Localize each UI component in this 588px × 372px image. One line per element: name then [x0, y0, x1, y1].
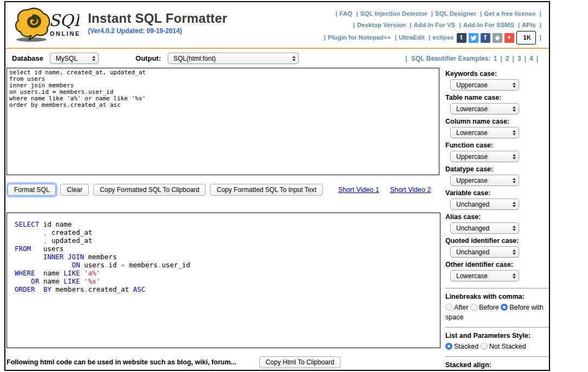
select-arrows-icon: [513, 82, 516, 88]
example-link-3[interactable]: 3: [517, 55, 521, 62]
logo-sql-text: SQL: [49, 11, 79, 30]
copy-formatted-to-clipboard-button[interactable]: Copy Formatted SQL To Clipboard: [93, 184, 206, 196]
select-arrows-icon: [292, 56, 296, 61]
table-name-case-label: Table name case:: [445, 94, 549, 101]
controls-row: Database MySQL Output: SQL(html:font) | …: [5, 49, 549, 68]
formatted-sql-output: SELECT id name , created_at , updated_at…: [7, 213, 440, 348]
copy-html-to-clipboard-button[interactable]: Copy Html To Clipboard: [259, 356, 341, 368]
keywords-case-select[interactable]: Uppercase: [450, 79, 519, 91]
header: SQL ONLINE Instant SQL Formatter (Ver4.0…: [5, 2, 549, 49]
sql-input-textarea[interactable]: select id name, created_at, updated_at f…: [7, 68, 439, 175]
link-get-free-license[interactable]: Get a free license: [484, 10, 535, 17]
top-links-row3: |Plugin for Notepad++ |UltraEdit |eclips…: [322, 31, 544, 44]
example-link-1[interactable]: 1: [494, 55, 497, 62]
select-arrows-icon: [513, 202, 516, 207]
select-arrows-icon: [513, 106, 516, 112]
datatype-case-select[interactable]: Uppercase: [450, 175, 519, 186]
link-eclipse[interactable]: eclipse: [432, 34, 453, 41]
examples-links: | SQL Beautifier Examples: 1|2|3|4|: [403, 55, 542, 62]
list-params-style-options: Stacked Not Stacked: [445, 342, 549, 351]
link-addin-ssms[interactable]: Add-In For SSMS: [463, 22, 514, 28]
datatype-case-label: Datatype case:: [445, 165, 549, 173]
short-video-2-link[interactable]: Short Video 2: [390, 186, 431, 194]
link-sql-designer[interactable]: SQL Designer: [435, 10, 476, 17]
keywords-case-label: Keywords case:: [445, 70, 549, 78]
column-name-case-select[interactable]: Lowercase: [450, 127, 519, 138]
page-title: Instant SQL Formatter: [88, 11, 227, 26]
example-link-2[interactable]: 2: [506, 55, 509, 62]
database-select[interactable]: MySQL: [50, 53, 99, 64]
link-apis[interactable]: APIs: [522, 22, 536, 28]
facebook-icon[interactable]: f: [481, 33, 490, 43]
copy-formatted-to-input-button[interactable]: Copy Formatted SQL To Input Text: [210, 184, 323, 196]
format-sql-button[interactable]: Format SQL: [8, 184, 56, 196]
quoted-identifier-case-select[interactable]: Unchanged: [450, 246, 519, 258]
formatted-sql: SELECT id name , created_at , updated_at…: [15, 220, 190, 293]
column-name-case-label: Column name case:: [445, 118, 549, 125]
link-plugin-notepad[interactable]: Plugin for Notepad++: [328, 34, 391, 41]
quoted-identifier-case-label: Quoted identifier case:: [445, 237, 549, 245]
output-select-value: SQL(html:font): [174, 55, 216, 62]
options-sidebar: Keywords case: Uppercase Table name case…: [445, 68, 549, 371]
output-label: Output:: [136, 54, 161, 62]
link-desktop-version[interactable]: Desktop Version: [357, 22, 406, 28]
addthis-icon[interactable]: +: [504, 33, 514, 43]
top-links-row1: |FAQ |SQL Injection Detector |SQL Design…: [322, 8, 544, 20]
function-case-label: Function case:: [445, 142, 549, 149]
version-label: (Ver4.0.2 Updated: 09-19-2014): [88, 27, 227, 35]
other-identifier-case-select[interactable]: Lowercase: [450, 270, 519, 281]
footer-row: Following html code can be used in websi…: [7, 356, 440, 368]
link-faq[interactable]: FAQ: [340, 10, 353, 17]
main: select id name, created_at, updated_at f…: [5, 68, 549, 371]
linebreaks-comma-options: After Before Before with space: [445, 303, 549, 322]
radio-after[interactable]: [445, 304, 452, 311]
page: SQL ONLINE Instant SQL Formatter (Ver4.0…: [4, 1, 550, 371]
clear-button[interactable]: Clear: [60, 184, 89, 196]
top-links-row2: |Desktop Version |Add-In For VS |Add-In …: [322, 20, 544, 31]
twitter-icon[interactable]: [469, 33, 478, 43]
left-column: select id name, created_at, updated_at f…: [7, 68, 440, 371]
variable-case-select[interactable]: Unchanged: [450, 198, 519, 210]
variable-case-label: Variable case:: [445, 189, 549, 197]
radio-stacked[interactable]: [445, 343, 452, 350]
select-arrows-icon: [513, 249, 516, 255]
alias-case-select[interactable]: Unchanged: [450, 222, 519, 234]
function-case-select[interactable]: Uppercase: [450, 151, 519, 162]
html-code-note: Following html code can be used in websi…: [7, 358, 237, 366]
top-links: |FAQ |SQL Injection Detector |SQL Design…: [322, 5, 544, 44]
sql-online-logo: SQL ONLINE: [13, 5, 79, 44]
link-sql-injection-detector[interactable]: SQL Injection Detector: [360, 10, 427, 17]
table-name-case-select[interactable]: Lowercase: [450, 103, 519, 114]
link-addin-vs[interactable]: Add-In For VS: [414, 22, 456, 28]
output-select[interactable]: SQL(html:font): [168, 53, 299, 64]
database-select-value: MySQL: [56, 55, 78, 62]
button-row: Format SQL Clear Copy Formatted SQL To C…: [8, 184, 440, 196]
alias-case-label: Alias case:: [445, 213, 549, 221]
radio-before[interactable]: [470, 304, 477, 311]
examples-label: SQL Beautifier Examples:: [411, 55, 491, 62]
select-arrows-icon: [513, 154, 516, 159]
other-identifier-case-label: Other identifier case:: [445, 261, 549, 268]
select-arrows-icon: [513, 178, 516, 183]
example-link-4[interactable]: 4: [529, 55, 533, 62]
linebreaks-comma-label: Linebreaks with comma:: [445, 293, 549, 300]
logo-online-text: ONLINE: [50, 30, 79, 37]
list-params-style-label: List and Parameters Style:: [445, 332, 549, 339]
select-arrows-icon: [92, 56, 95, 61]
link-ultraedit[interactable]: UltraEdit: [399, 34, 425, 41]
stacked-align-label: Stacked align:: [445, 361, 549, 369]
select-arrows-icon: [513, 273, 516, 279]
share-icon[interactable]: [493, 33, 502, 43]
sidebar-divider: [445, 288, 549, 288]
short-video-1-link[interactable]: Short Video 1: [338, 186, 379, 194]
database-label: Database: [12, 54, 43, 62]
share-count-badge: 1K: [516, 31, 536, 44]
radio-not-stacked[interactable]: [481, 343, 488, 350]
radio-before-with-space[interactable]: [501, 304, 508, 311]
sidebar-divider: [445, 327, 549, 328]
select-arrows-icon: [513, 130, 516, 136]
select-arrows-icon: [513, 226, 516, 231]
tumblr-icon[interactable]: t: [457, 33, 466, 43]
sidebar-divider: [445, 356, 549, 357]
